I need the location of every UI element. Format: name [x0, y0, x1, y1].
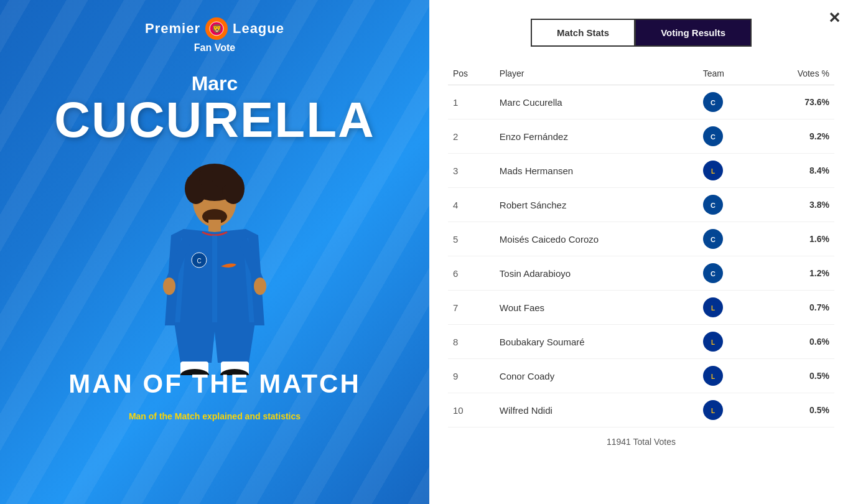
table-row: 4Robert Sánchez C 3.8%	[448, 188, 834, 222]
cell-player: Marc Cucurella	[495, 85, 698, 119]
cell-player: Robert Sánchez	[495, 188, 698, 222]
svg-text:L: L	[711, 373, 715, 380]
col-player: Player	[495, 62, 698, 85]
motm-title: MAN OF THE MATCH	[68, 369, 361, 399]
cell-votes: 9.2%	[756, 119, 834, 154]
total-votes: 11941 Total Votes	[448, 437, 834, 447]
cell-pos: 8	[448, 325, 495, 359]
cell-team: C	[698, 119, 757, 154]
col-pos: Pos	[448, 62, 495, 85]
cell-player: Wilfred Ndidi	[495, 393, 698, 427]
leicester-badge-icon: L	[703, 161, 723, 180]
pl-logo-row: Premier 🦁 League	[145, 17, 284, 40]
col-team: Team	[698, 62, 757, 85]
cell-votes: 0.5%	[756, 393, 834, 427]
cell-votes: 8.4%	[756, 154, 834, 188]
table-row: 3Mads Hermansen L 8.4%	[448, 154, 834, 188]
leicester-badge-icon: L	[703, 297, 723, 317]
cell-team: L	[698, 154, 757, 188]
cell-pos: 2	[448, 119, 495, 154]
cell-player: Conor Coady	[495, 359, 698, 393]
svg-text:L: L	[711, 305, 715, 312]
cell-pos: 7	[448, 291, 495, 325]
cell-pos: 1	[448, 85, 495, 119]
cell-pos: 4	[448, 188, 495, 222]
svg-text:C: C	[711, 133, 715, 141]
table-row: 9Conor Coady L 0.5%	[448, 359, 834, 393]
right-panel: ✕ Match Stats Voting Results Pos Player …	[429, 0, 853, 504]
pl-text-league: League	[233, 21, 284, 37]
cell-player: Tosin Adarabioyo	[495, 256, 698, 291]
motm-subtitle: Man of the Match explained and statistic…	[129, 411, 301, 421]
svg-point-10	[163, 278, 175, 295]
table-row: 1Marc Cucurella C 73.6%	[448, 85, 834, 119]
tab-match-stats[interactable]: Match Stats	[531, 19, 635, 47]
svg-text:C: C	[711, 236, 715, 243]
cell-team: C	[698, 256, 757, 291]
cell-votes: 3.8%	[756, 188, 834, 222]
svg-point-7	[212, 165, 230, 187]
cell-votes: 1.2%	[756, 256, 834, 291]
leicester-badge-icon: L	[703, 366, 723, 386]
cell-team: C	[698, 85, 757, 119]
cell-pos: 3	[448, 154, 495, 188]
chelsea-badge-icon: C	[703, 126, 723, 146]
table-row: 7Wout Faes L 0.7%	[448, 291, 834, 325]
left-panel: Premier 🦁 League Fan Vote Marc CUCURELLA	[0, 0, 429, 504]
table-row: 5Moisés Caicedo Corozo C 1.6%	[448, 222, 834, 256]
chelsea-badge-icon: C	[703, 195, 723, 215]
svg-point-11	[254, 278, 266, 295]
svg-text:C: C	[711, 270, 715, 278]
cell-player: Enzo Fernández	[495, 119, 698, 154]
cell-pos: 9	[448, 359, 495, 393]
player-image: C	[96, 151, 333, 375]
svg-text:C: C	[711, 202, 715, 209]
svg-text:C: C	[711, 99, 715, 106]
chelsea-badge-icon: C	[703, 92, 723, 112]
voting-results-table: Pos Player Team Votes % 1Marc Cucurella …	[448, 62, 834, 427]
table-row: 8Boubakary Soumaré L 0.6%	[448, 325, 834, 359]
svg-text:L: L	[711, 168, 715, 175]
cell-pos: 5	[448, 222, 495, 256]
svg-text:L: L	[711, 339, 715, 346]
cell-player: Moisés Caicedo Corozo	[495, 222, 698, 256]
leicester-badge-icon: L	[703, 400, 723, 420]
player-last-name: CUCURELLA	[54, 95, 375, 145]
chelsea-badge-icon: C	[703, 229, 723, 249]
chelsea-badge-icon: C	[703, 263, 723, 283]
cell-votes: 0.6%	[756, 325, 834, 359]
cell-player: Wout Faes	[495, 291, 698, 325]
svg-text:C: C	[197, 258, 201, 264]
cell-player: Mads Hermansen	[495, 154, 698, 188]
cell-team: C	[698, 188, 757, 222]
cell-team: L	[698, 291, 757, 325]
cell-pos: 6	[448, 256, 495, 291]
pl-header: Premier 🦁 League Fan Vote	[145, 17, 284, 54]
tabs: Match Stats Voting Results	[448, 19, 834, 47]
col-votes: Votes %	[756, 62, 834, 85]
table-row: 10Wilfred Ndidi L 0.5%	[448, 393, 834, 427]
cell-pos: 10	[448, 393, 495, 427]
table-row: 2Enzo Fernández C 9.2%	[448, 119, 834, 154]
cell-votes: 0.5%	[756, 359, 834, 393]
cell-votes: 73.6%	[756, 85, 834, 119]
cell-team: C	[698, 222, 757, 256]
cell-player: Boubakary Soumaré	[495, 325, 698, 359]
svg-text:🦁: 🦁	[211, 24, 222, 34]
pl-lion-icon: 🦁	[205, 17, 228, 40]
tab-voting-results[interactable]: Voting Results	[635, 19, 752, 47]
cell-votes: 1.6%	[756, 222, 834, 256]
close-button[interactable]: ✕	[828, 9, 841, 27]
pl-text-premier: Premier	[145, 21, 200, 37]
leicester-badge-icon: L	[703, 332, 723, 352]
fan-vote-label: Fan Vote	[194, 42, 235, 54]
svg-text:L: L	[711, 408, 715, 414]
cell-votes: 0.7%	[756, 291, 834, 325]
cell-team: L	[698, 359, 757, 393]
table-row: 6Tosin Adarabioyo C 1.2%	[448, 256, 834, 291]
cell-team: L	[698, 393, 757, 427]
svg-rect-9	[208, 220, 221, 232]
cell-team: L	[698, 325, 757, 359]
